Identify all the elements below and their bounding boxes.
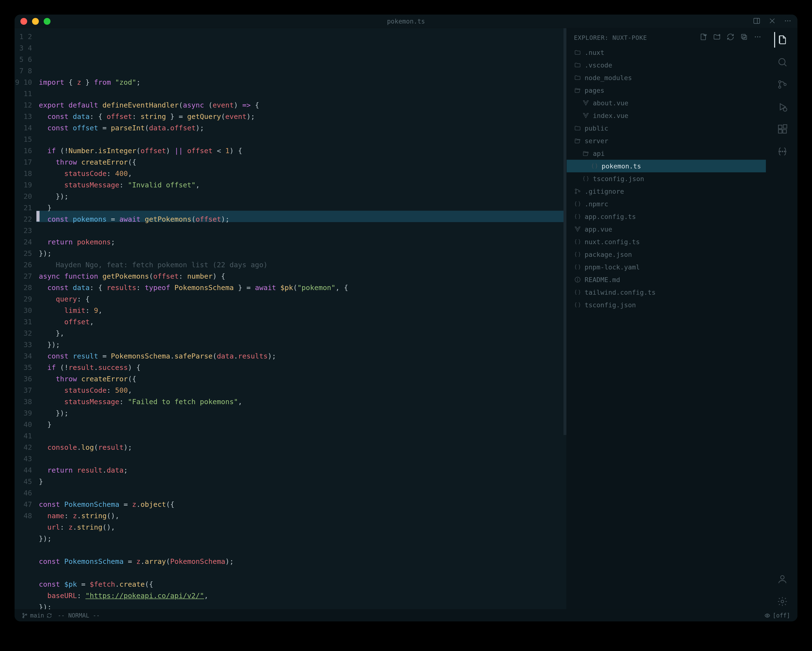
ts-icon bbox=[574, 289, 581, 296]
yaml-icon bbox=[574, 263, 581, 270]
window-controls bbox=[20, 18, 50, 25]
run-debug-tab-icon[interactable] bbox=[774, 99, 790, 115]
folder-icon bbox=[574, 74, 581, 81]
folder-open-icon bbox=[574, 87, 581, 94]
tree-file[interactable]: app.vue bbox=[567, 223, 766, 235]
title-actions bbox=[753, 17, 792, 26]
tree-file[interactable]: tsconfig.json bbox=[567, 298, 766, 311]
tree-file[interactable]: pokemon.ts bbox=[567, 160, 766, 172]
new-folder-icon[interactable] bbox=[713, 33, 721, 42]
ts-icon bbox=[574, 238, 581, 245]
svg-point-33 bbox=[780, 151, 781, 152]
tree-item-label: README.md bbox=[585, 276, 620, 284]
git-icon bbox=[574, 188, 581, 195]
tree-folder[interactable]: server bbox=[567, 134, 766, 147]
extensions-tab-icon[interactable] bbox=[774, 121, 790, 137]
line-number-gutter: 1 2 3 4 5 6 7 8 9 10 11 12 13 14 15 16 1… bbox=[15, 28, 37, 609]
tree-folder[interactable]: api bbox=[567, 147, 766, 160]
svg-point-17 bbox=[575, 189, 577, 190]
svg-point-18 bbox=[575, 192, 577, 194]
tree-file[interactable]: about.vue bbox=[567, 96, 766, 109]
file-tree: .nuxt.vscodenode_modulespagesabout.vuein… bbox=[567, 46, 766, 609]
source-control-tab-icon[interactable] bbox=[774, 77, 790, 92]
code-content[interactable]: import { z } from "zod"; export default … bbox=[37, 28, 566, 609]
svg-point-6 bbox=[789, 20, 791, 21]
maximize-window-button[interactable] bbox=[44, 18, 50, 25]
svg-point-35 bbox=[784, 151, 785, 152]
tree-item-label: pnpm-lock.yaml bbox=[585, 263, 640, 271]
editor-cursor bbox=[37, 211, 40, 222]
svg-point-40 bbox=[26, 614, 27, 615]
svg-rect-31 bbox=[783, 130, 786, 133]
tree-item-label: server bbox=[585, 137, 608, 145]
tree-file[interactable]: package.json bbox=[567, 248, 766, 261]
tree-item-label: tailwind.config.ts bbox=[585, 289, 656, 296]
json-tab-icon[interactable] bbox=[774, 144, 790, 159]
tree-file[interactable]: tsconfig.json bbox=[567, 172, 766, 185]
tree-folder[interactable]: public bbox=[567, 122, 766, 134]
explorer-tab-icon[interactable] bbox=[774, 32, 790, 47]
tree-file[interactable]: .gitignore bbox=[567, 185, 766, 197]
tree-file[interactable]: pnpm-lock.yaml bbox=[567, 261, 766, 273]
explorer-title: EXPLORER: NUXT-POKE bbox=[574, 34, 647, 41]
folder-icon bbox=[574, 61, 581, 69]
svg-rect-0 bbox=[754, 18, 760, 23]
tree-folder[interactable]: node_modules bbox=[567, 71, 766, 84]
vue-icon bbox=[582, 99, 589, 107]
md-icon bbox=[574, 276, 581, 283]
tree-folder[interactable]: .vscode bbox=[567, 59, 766, 71]
refresh-icon[interactable] bbox=[727, 33, 734, 42]
folder-icon bbox=[574, 125, 581, 132]
tree-item-label: public bbox=[585, 125, 608, 132]
tree-file[interactable]: app.config.ts bbox=[567, 210, 766, 223]
new-file-icon[interactable] bbox=[699, 33, 707, 42]
more-icon[interactable] bbox=[784, 17, 792, 26]
json-icon bbox=[582, 175, 589, 182]
minimize-window-button[interactable] bbox=[32, 18, 39, 25]
settings-gear-icon[interactable] bbox=[774, 594, 790, 609]
account-icon[interactable] bbox=[774, 572, 790, 587]
svg-rect-32 bbox=[783, 125, 787, 128]
svg-point-39 bbox=[23, 617, 24, 618]
tree-item-label: app.vue bbox=[585, 226, 612, 233]
svg-point-5 bbox=[787, 20, 788, 21]
tree-file[interactable]: tailwind.config.ts bbox=[567, 286, 766, 298]
activity-bar bbox=[766, 28, 797, 609]
collapse-all-icon[interactable] bbox=[740, 33, 748, 42]
tree-item-label: app.config.ts bbox=[585, 213, 636, 220]
close-window-button[interactable] bbox=[20, 18, 27, 25]
editor-area[interactable]: 1 2 3 4 5 6 7 8 9 10 11 12 13 14 15 16 1… bbox=[15, 28, 566, 609]
tree-folder[interactable]: pages bbox=[567, 84, 766, 96]
npm-icon bbox=[574, 200, 581, 208]
svg-point-37 bbox=[781, 600, 784, 603]
panel-toggle-icon[interactable] bbox=[753, 17, 760, 26]
explorer-header: EXPLORER: NUXT-POKE bbox=[567, 28, 766, 46]
tree-file[interactable]: .npmrc bbox=[567, 197, 766, 210]
folder-icon bbox=[574, 49, 581, 56]
svg-rect-29 bbox=[778, 125, 782, 129]
tree-item-label: about.vue bbox=[593, 99, 628, 107]
status-bar: main -- NORMAL -- [off] bbox=[15, 609, 797, 621]
svg-point-16 bbox=[759, 37, 760, 37]
tree-folder[interactable]: .nuxt bbox=[567, 46, 766, 59]
svg-point-38 bbox=[23, 613, 24, 614]
tree-item-label: .npmrc bbox=[585, 200, 608, 208]
json-icon bbox=[574, 301, 581, 309]
svg-point-28 bbox=[783, 108, 787, 112]
tree-file[interactable]: nuxt.config.ts bbox=[567, 235, 766, 248]
more-explorer-icon[interactable] bbox=[754, 33, 762, 42]
tree-item-label: .gitignore bbox=[585, 188, 624, 195]
visibility-status[interactable]: [off] bbox=[765, 612, 790, 619]
tree-file[interactable]: index.vue bbox=[567, 109, 766, 122]
explorer-sidebar: EXPLORER: NUXT-POKE .nuxt.vscodenode_mod… bbox=[566, 28, 766, 609]
vscode-window: pokemon.ts 1 2 3 4 5 6 7 8 9 10 11 12 13… bbox=[15, 15, 797, 621]
git-branch-status[interactable]: main bbox=[22, 612, 52, 619]
tree-file[interactable]: README.md bbox=[567, 273, 766, 286]
search-tab-icon[interactable] bbox=[774, 54, 790, 70]
branch-name: main bbox=[30, 612, 44, 619]
close-panel-icon[interactable] bbox=[768, 17, 776, 26]
svg-point-24 bbox=[778, 81, 781, 83]
vim-mode-status: -- NORMAL -- bbox=[58, 612, 100, 619]
tree-item-label: index.vue bbox=[593, 112, 628, 119]
svg-point-25 bbox=[778, 86, 781, 88]
